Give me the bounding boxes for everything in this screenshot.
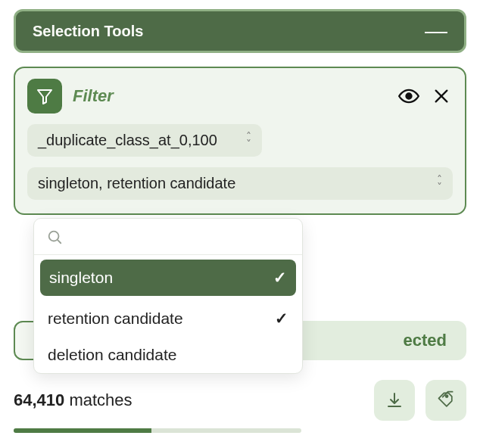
selection-tools-header[interactable]: Selection Tools —: [14, 9, 466, 53]
filter-values-select[interactable]: singleton, retention candidate ˄˅: [27, 167, 453, 200]
matches-count: 64,410: [14, 390, 64, 409]
chevron-updown-icon: ˄˅: [437, 176, 442, 191]
svg-marker-0: [38, 90, 51, 104]
header-title: Selection Tools: [33, 23, 143, 40]
dropdown-option[interactable]: retention candidate✓: [34, 300, 302, 337]
filter-label: Filter: [73, 86, 388, 106]
visibility-toggle[interactable]: [398, 86, 419, 107]
dropdown-option[interactable]: singleton✓: [40, 260, 296, 296]
matches-progress: [14, 428, 301, 433]
filter-values-dropdown: singleton✓retention candidate✓deletion c…: [33, 218, 303, 374]
filter-values-value: singleton, retention candidate: [38, 175, 235, 192]
matches-row: 64,410 matches: [14, 380, 466, 421]
check-icon: ✓: [273, 269, 287, 287]
check-icon: ✓: [275, 310, 288, 328]
collapse-icon[interactable]: —: [425, 20, 447, 42]
dropdown-search-input[interactable]: [70, 228, 290, 245]
filter-card: Filter _duplicate_class_at_0,100 ˄˅ sing…: [14, 67, 466, 215]
download-icon: [385, 391, 404, 409]
selected-pill-label: ected: [404, 331, 447, 350]
tag-button[interactable]: [425, 380, 466, 421]
matches-progress-fill: [14, 428, 151, 433]
dropdown-option-label: deletion candidate: [48, 346, 176, 364]
eye-icon: [398, 86, 419, 107]
dropdown-option-label: retention candidate: [48, 310, 183, 328]
matches-text: 64,410 matches: [14, 390, 363, 410]
svg-point-6: [446, 395, 448, 397]
filter-head: Filter: [27, 79, 453, 114]
matches-label: matches: [69, 390, 132, 409]
close-icon: [433, 88, 450, 104]
funnel-icon: [36, 87, 54, 105]
chevron-updown-icon: ˄˅: [246, 133, 251, 148]
tags-icon: [436, 390, 456, 410]
filter-type-button[interactable]: [27, 79, 62, 114]
download-button[interactable]: [374, 380, 415, 421]
dropdown-option-label: singleton: [49, 269, 113, 287]
svg-line-5: [58, 240, 61, 243]
filter-head-icons: [398, 86, 450, 107]
svg-point-1: [407, 94, 412, 99]
dropdown-search-row: [34, 219, 302, 255]
filter-field-value: _duplicate_class_at_0,100: [38, 132, 217, 149]
remove-filter-button[interactable]: [433, 88, 450, 104]
filter-field-select[interactable]: _duplicate_class_at_0,100 ˄˅: [27, 124, 262, 157]
dropdown-option[interactable]: deletion candidate: [34, 337, 302, 373]
search-icon: [46, 229, 63, 245]
